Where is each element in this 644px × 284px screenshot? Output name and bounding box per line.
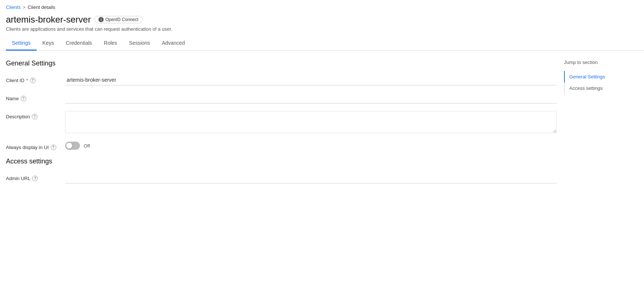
always-display-toggle[interactable]: [65, 142, 80, 150]
admin-url-input[interactable]: [65, 173, 557, 183]
sidebar-item-general-settings[interactable]: General Settings: [564, 71, 638, 82]
name-help-icon[interactable]: ?: [21, 96, 26, 101]
admin-url-row: Admin URL ?: [6, 173, 557, 183]
name-input[interactable]: [65, 93, 557, 104]
description-textarea[interactable]: [65, 111, 557, 133]
description-field: [65, 111, 557, 134]
toggle-thumb: [66, 143, 72, 149]
always-display-help-icon[interactable]: ?: [51, 145, 56, 150]
access-settings-title: Access settings: [6, 158, 557, 165]
name-field: [65, 93, 557, 104]
description-help-icon[interactable]: ?: [32, 114, 37, 119]
jump-to-section-label: Jump to section: [564, 60, 638, 65]
always-display-field: Off: [65, 142, 557, 150]
breadcrumb: Clients > Client details: [0, 0, 644, 13]
client-id-help-icon[interactable]: ?: [30, 78, 36, 83]
admin-url-help-icon[interactable]: ?: [32, 176, 38, 181]
description-row: Description ?: [6, 111, 557, 134]
page-header: artemis-broker-server i OpenID Connect C…: [0, 13, 644, 32]
tabs-bar: Settings Keys Credentials Roles Sessions…: [0, 36, 644, 51]
badge-text: OpenID Connect: [105, 17, 138, 22]
always-display-label: Always display in UI ?: [6, 142, 65, 150]
breadcrumb-parent[interactable]: Clients: [6, 4, 21, 10]
page-title: artemis-broker-server: [6, 14, 91, 25]
admin-url-field: [65, 173, 557, 183]
client-id-row: Client ID * ?: [6, 75, 557, 85]
client-id-label: Client ID * ?: [6, 75, 65, 83]
breadcrumb-current: Client details: [28, 4, 55, 10]
admin-url-label: Admin URL ?: [6, 173, 65, 181]
toggle-track: [65, 142, 80, 150]
client-id-field: [65, 75, 557, 85]
tab-credentials[interactable]: Credentials: [60, 36, 98, 51]
content-area: General Settings Client ID * ? Name ?: [0, 51, 644, 191]
description-label: Description ?: [6, 111, 65, 119]
toggle-off-label: Off: [84, 143, 90, 149]
always-display-row: Always display in UI ? Off: [6, 142, 557, 150]
openid-connect-badge: i OpenID Connect: [94, 16, 142, 23]
tab-roles[interactable]: Roles: [98, 36, 123, 51]
sidebar-nav: General Settings Access settings: [564, 71, 638, 94]
tab-sessions[interactable]: Sessions: [123, 36, 156, 51]
required-marker: *: [26, 78, 28, 83]
tab-advanced[interactable]: Advanced: [156, 36, 191, 51]
client-id-input[interactable]: [65, 75, 557, 85]
sidebar-item-access-settings[interactable]: Access settings: [565, 82, 638, 94]
tab-keys[interactable]: Keys: [37, 36, 60, 51]
main-content: General Settings Client ID * ? Name ?: [6, 60, 557, 191]
tab-settings[interactable]: Settings: [6, 36, 37, 51]
breadcrumb-separator: >: [23, 5, 26, 10]
general-settings-title: General Settings: [6, 60, 557, 67]
badge-info-icon: i: [98, 17, 104, 22]
name-label: Name ?: [6, 93, 65, 101]
page-subtitle: Clients are applications and services th…: [6, 26, 638, 32]
sidebar: Jump to section General Settings Access …: [557, 60, 638, 191]
name-row: Name ?: [6, 93, 557, 104]
